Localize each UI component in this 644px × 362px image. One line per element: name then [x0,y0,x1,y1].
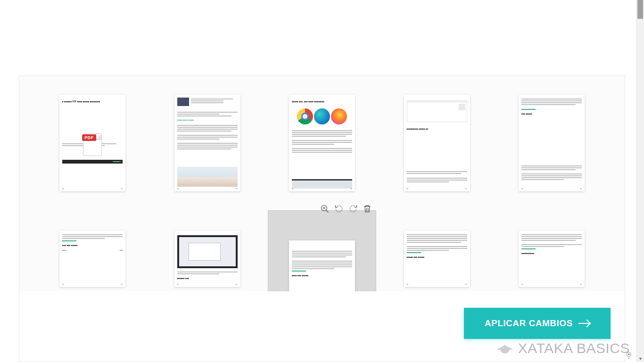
zoom-in-icon[interactable] [320,204,330,214]
svg-line-1 [326,210,329,213]
svg-point-7 [628,354,630,355]
apply-changes-label: APLICAR CAMBIOS [485,318,573,329]
page-thumbnail-4[interactable]: ■■■■■■■■■ ■■■■■ ■■ ■■■■ [383,95,491,191]
thumbnail-toolbar [318,204,374,214]
scroll-down-icon[interactable]: ▾ [636,354,644,362]
page-thumbnail-grid: ■ ■■■■■■ PDF ■■■■ ■■■■■ ■■■■■■■■ PDF ■■■… [19,75,625,326]
thumbnail-row: ■ ■■■■■■ PDF ■■■■ ■■■■■ ■■■■■■■■ PDF ■■■… [38,95,606,191]
page-thumbnail-5[interactable]: ■■■ ■■■■■ ■■■■ [497,95,606,191]
arrow-right-icon [578,320,590,327]
pdf-badge-label: PDF [82,134,96,141]
edge-icon [314,108,330,124]
page-thumbnail-1[interactable]: ■ ■■■■■■ PDF ■■■■ ■■■■■ ■■■■■■■■ PDF ■■■… [38,95,147,191]
browser-icons [292,108,352,124]
chrome-icon [297,108,313,124]
apply-changes-button[interactable]: APLICAR CAMBIOS [464,308,611,339]
location-pin-icon[interactable] [624,351,634,360]
rotate-cw-icon[interactable] [348,204,358,214]
page-thumbnail-2[interactable]: ■■■■■ ■■■■■ ■■■■■■ ■■■■ [153,95,262,191]
scrollbar-thumb[interactable] [637,0,643,19]
firefox-icon [331,108,347,124]
scrollbar[interactable]: ▾ [636,0,644,362]
page-thumbnail-3[interactable]: ■■■■■ ■■■: ■■■ ■■■■ ■■■■■■■■ ■■■■ [268,95,376,191]
delete-icon[interactable] [362,204,372,214]
footer-bar: APLICAR CAMBIOS [19,291,625,362]
rotate-ccw-icon[interactable] [334,204,344,214]
